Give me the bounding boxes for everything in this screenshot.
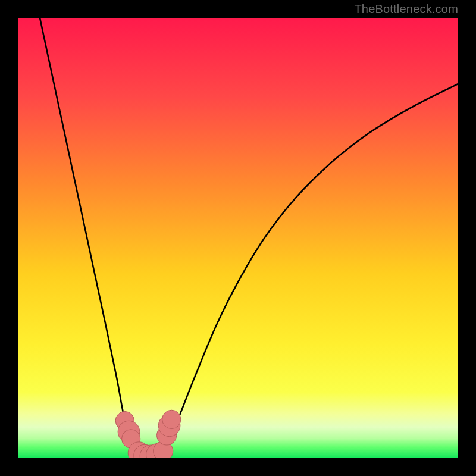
data-marker (162, 410, 181, 428)
watermark-text: TheBottleneck.com (354, 2, 458, 16)
plot-area (18, 18, 458, 458)
markers-group (115, 410, 181, 458)
curve-path (40, 18, 458, 458)
chart-frame: TheBottleneck.com (0, 0, 476, 476)
bottleneck-curve (18, 18, 458, 458)
